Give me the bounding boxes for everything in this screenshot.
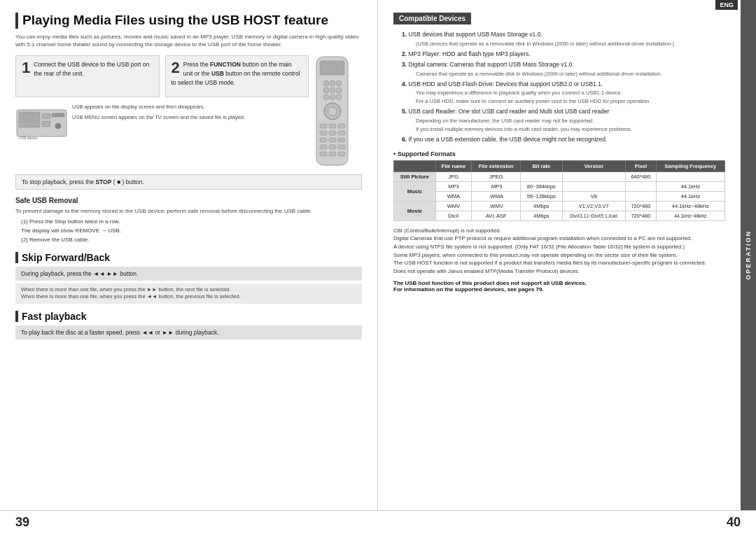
svg-rect-31 [338,145,345,149]
usb-notes: USB appears on the display screen and th… [72,103,245,122]
wma-bitrate: 56~128kbps [521,191,562,201]
still-version [562,171,626,181]
illustration-area: USB device USB appears on the display sc… [15,103,309,141]
remote-illustration-container [313,55,362,169]
svg-rect-22 [338,124,345,128]
steps-illustration: 1 Connect the USB device to the USB port… [15,55,362,169]
usb-note-1: USB appears on the display screen and th… [72,103,245,111]
compatible-devices-section: Compatible Devices 1. USB devices that s… [393,13,725,145]
supported-formats-title: • Supported Formats [393,150,725,157]
svg-rect-23 [320,131,327,135]
right-page-num: 40 [727,515,741,530]
divx-filename: DivX [435,211,472,220]
mp3-ext: .MP3 [472,181,521,191]
svg-rect-28 [338,138,345,142]
svg-rect-34 [338,152,345,156]
svg-rect-3 [42,121,50,127]
svg-rect-26 [320,138,327,142]
skip-section-title: Skip Forward/Back [15,252,362,263]
compatible-devices-header: Compatible Devices [393,13,471,24]
steps-row: 1 Connect the USB device to the USB port… [15,55,309,97]
wma-version: V8 [562,191,626,201]
music-header: Music [394,181,436,201]
usb-note-2: USB MENU screen appears on the TV screen… [72,113,245,121]
col-filename: File name [435,160,472,171]
table-row-mp3: Music MP3 .MP3 80~384kbps 44.1kHz [394,181,725,191]
wmv-version: V1,V2,V3,V7 [562,201,626,211]
svg-text:USB device: USB device [19,136,37,140]
operation-tab: OPERATION [741,0,756,510]
wmv-ext: .WMV [472,201,521,211]
svg-rect-2 [42,113,50,119]
svg-rect-32 [320,152,327,156]
fast-section-title: Fast playback [15,311,362,322]
svg-point-14 [336,87,342,93]
divx-ext: AVI, ASF [472,211,521,220]
divx-pixel: 720*480 [626,211,657,220]
wma-sampling: 44.1kHz [656,191,724,201]
notes-section: CBI (Control/Bulk/Interrupt) is not supp… [393,227,725,276]
compatible-item-4-sub: You may experience a difference in playb… [402,89,725,97]
step-2-text: Press the FUNCTION button on the main un… [172,61,300,86]
compatible-item-2: 2. MP3 Player: HDD and flash type MP3 pl… [393,50,725,59]
compatible-list: 1. USB devices that support USB Mass Sto… [393,30,725,145]
device-illustration: USB device [15,103,68,141]
compatible-item-6: 6. If you use a USB extension cable, the… [393,135,725,145]
col-extension: File extension [472,160,521,171]
intro-text: You can enjoy media files such as pictur… [15,33,362,48]
svg-rect-27 [329,138,336,142]
stop-bar-text: To stop playback, press the STOP ( ■ ) b… [22,178,144,185]
svg-point-10 [330,80,335,86]
note-4: Some MP3 players, when connected to this… [393,251,725,260]
compatible-item-5: 5. USB card Reader: One slot USB card re… [393,107,725,134]
wmv-bitrate: 4Mbps [521,201,562,211]
divx-version: DivX3.11~DivX5.1,Xvid [562,211,626,220]
svg-point-19 [328,107,337,115]
svg-rect-30 [329,145,336,149]
svg-point-5 [55,123,61,129]
note-1: CBI (Control/Bulk/Interrupt) is not supp… [393,227,725,235]
mp3-bitrate: 80~384kbps [521,181,562,191]
col-bitrate: Bit rate [521,160,562,171]
compatible-item-4: 4. USB HDD and USB Flash Drive: Devices … [393,80,725,106]
svg-point-11 [336,80,342,86]
svg-rect-29 [320,145,327,149]
formats-table: File name File extension Bit rate Versio… [393,160,725,221]
still-bitrate [521,171,562,181]
remote-svg [313,55,351,167]
still-sampling [656,171,724,181]
svg-rect-24 [329,131,336,135]
svg-point-13 [330,87,335,93]
right-page: ENG Compatible Devices 1. USB devices th… [378,0,756,510]
safe-usb-title: Safe USB Removal [15,197,362,204]
steps-col: 1 Connect the USB device to the USB port… [15,55,309,169]
compatible-item-4-sub2: For a USB HDD, make sure to connect an a… [402,97,725,106]
mp3-filename: MP3 [435,181,472,191]
skip-bar: During playback, press the ◄◄ ►► button. [15,267,362,281]
eng-badge: ENG [715,0,738,10]
safe-usb-steps: (1) Press the Stop button twice in a row… [15,218,362,244]
note-5: The USB HOST function is not supported i… [393,259,725,267]
table-row-wmv: Movie WMV .WMV 4Mbps V1,V2,V3,V7 720*480… [394,201,725,211]
left-page-num: 39 [15,515,29,530]
svg-point-17 [336,94,342,100]
col-version: Version [562,160,626,171]
wma-ext: .WMA [472,191,521,201]
compatible-item-1: 1. USB devices that support USB Mass Sto… [393,30,725,48]
svg-rect-33 [329,152,336,156]
svg-point-12 [323,87,329,93]
svg-rect-1 [19,112,40,127]
step-1-text: Connect the USB device to the USB port o… [34,61,149,77]
col-pixel: Pixel [626,160,657,171]
safe-step-2: (2) Remove the USB cable. [21,236,362,245]
mp3-pixel [626,181,657,191]
note-2: Digital Cameras that use PTP protocol or… [393,234,725,243]
step-2-box: 2 Press the FUNCTION button on the main … [165,55,309,97]
wma-filename: WMA [435,191,472,201]
divx-bitrate: 4Mbps [521,211,562,220]
left-page: Playing Media Files using the USB HOST f… [0,0,378,510]
safe-step-display: The display will show REMOVE → USB. [21,227,362,236]
page-numbers: 39 40 [0,510,756,534]
col-category [394,160,436,171]
table-row-wma: WMA .WMA 56~128kbps V8 44.1kHz [394,191,725,201]
